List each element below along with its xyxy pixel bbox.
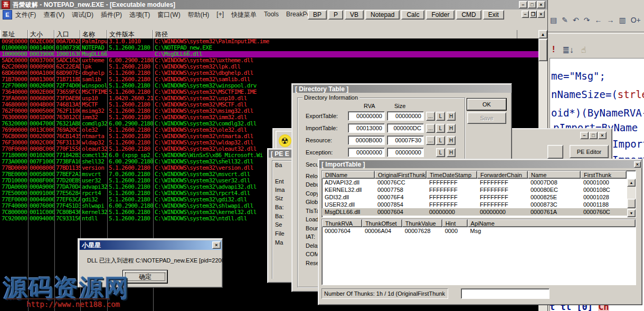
dots-button[interactable]: ...: [426, 112, 435, 121]
maximize-button[interactable]: □: [528, 1, 536, 8]
import-row[interactable]: ADVAPI32.dll000076CCFFFFFFFFFFFFFFFF0000…: [322, 179, 636, 186]
size-field[interactable]: 00000000: [387, 148, 424, 157]
size-field[interactable]: 00000000: [387, 111, 424, 121]
column-header-4[interactable]: 文件版本: [107, 30, 153, 38]
module-row[interactable]: 100000000003900010001630MsgDLL66C:\MsgDL…: [0, 51, 538, 57]
l-button[interactable]: L: [436, 148, 445, 157]
thunks-column-header[interactable]: ThunkRVA: [322, 219, 362, 227]
mdi-close-button[interactable]: ×: [537, 11, 545, 18]
thunks-column-header[interactable]: ThunkOffset: [362, 219, 402, 227]
lordpe-minimize-button[interactable]: −: [580, 132, 589, 139]
column-header-1[interactable]: 大小: [28, 30, 54, 38]
import-row[interactable]: KERNEL32.dll00007758FFFFFFFFFFFFFFFF0000…: [322, 186, 636, 193]
minimize-button[interactable]: −: [519, 1, 527, 8]
menu-item-9[interactable]: Tools: [264, 11, 279, 20]
exclamation-icon[interactable]: !: [552, 45, 555, 54]
folder-button[interactable]: Folder: [426, 10, 454, 20]
directory-table-title-bar[interactable]: [ Directory Table ]: [293, 85, 512, 93]
vb-button[interactable]: VB: [345, 10, 364, 20]
rva-field[interactable]: 00000000: [348, 148, 385, 157]
menu-item-5[interactable]: 窗口(W): [157, 11, 180, 20]
h-button[interactable]: H: [447, 124, 456, 133]
cmd-button[interactable]: CMD: [456, 10, 481, 20]
rva-field[interactable]: 00013000: [348, 123, 385, 133]
menu-item-6[interactable]: 帮助(H): [188, 11, 210, 20]
menu-item-2[interactable]: 调试(D): [72, 11, 93, 20]
thunks-column-header[interactable]: ApiName: [468, 219, 636, 227]
lordpe-maximize-button[interactable]: □: [589, 132, 598, 139]
import-row[interactable]: USER32.dll00007854FFFFFFFFFFFFFFFF000087…: [322, 201, 636, 208]
import-row[interactable]: GDI32.dll000076F4FFFFFFFFFFFFFFFF0000825…: [322, 193, 636, 201]
bp-button[interactable]: BP: [308, 10, 327, 20]
p-button[interactable]: P: [328, 10, 343, 20]
mdi-minimize-button[interactable]: −: [522, 11, 529, 18]
imports-column-header[interactable]: DllName: [322, 171, 375, 179]
ok-button[interactable]: OK: [467, 99, 506, 110]
hand-icon[interactable]: ☝: [581, 45, 586, 55]
rva-field[interactable]: 0000B000: [348, 135, 385, 145]
menu-item-1[interactable]: 查看(V): [43, 11, 64, 20]
column-header-0[interactable]: 基址: [0, 30, 28, 38]
mdi-restore-button[interactable]: ❐: [529, 11, 537, 18]
menu-item-3[interactable]: 插件(P): [101, 11, 122, 20]
import-table-title-bar[interactable]: [ ImportTable ] ×: [319, 160, 642, 168]
import-table-close-button[interactable]: ×: [634, 161, 641, 168]
scroll-up-icon[interactable]: ▲: [627, 179, 636, 187]
thunks-column-header[interactable]: Hint: [442, 219, 468, 227]
menu-item-7[interactable]: [+]: [216, 11, 224, 20]
rva-field[interactable]: 00000000: [348, 111, 385, 121]
lordpe-close-button[interactable]: ×: [598, 132, 607, 139]
l-button[interactable]: L: [436, 112, 445, 121]
column-header-3[interactable]: 名称: [80, 30, 107, 38]
column-header-5[interactable]: 路径: [153, 30, 517, 38]
member-list-icon[interactable]: O+: [631, 16, 641, 24]
menu-item-0[interactable]: 文件(F): [15, 11, 36, 20]
scrollbar-thumb[interactable]: [538, 39, 547, 61]
scrollbar-thumb[interactable]: [627, 199, 636, 208]
size-field[interactable]: 000000DC: [387, 123, 424, 133]
scroll-down-icon[interactable]: ▼: [627, 209, 636, 217]
module-row[interactable]: 01000000000140000100739DNOTEPAD_5.1.2600…: [0, 45, 538, 51]
thunks-column-header[interactable]: ThunkValue: [402, 219, 442, 227]
column-header-2[interactable]: 入口: [54, 30, 80, 38]
redo-icon[interactable]: ↷: [584, 16, 590, 24]
find-pencil-icon[interactable]: ✎: [562, 16, 568, 24]
clipboard-icon[interactable]: ▥: [619, 16, 626, 24]
l-button[interactable]: L: [436, 124, 445, 133]
pe-editor-button[interactable]: PE Editor: [570, 145, 609, 158]
thunks-listview[interactable]: ThunkRVAThunkOffsetThunkValueHintApiName…: [321, 219, 636, 285]
module-row[interactable]: 5ADC0000000370005ADC1626uxtheme6.00.2900…: [0, 57, 538, 64]
close-button[interactable]: ×: [537, 1, 545, 8]
scroll-up-icon[interactable]: ▲: [538, 30, 547, 38]
thunk-row[interactable]: 0000760400006A04000076280000Msg: [322, 227, 636, 235]
h-button[interactable]: H: [447, 112, 456, 121]
module-row[interactable]: 62C200000000900062C22EADlpk5.1.2600.2180…: [0, 64, 538, 70]
imports-column-header[interactable]: Name: [528, 171, 581, 179]
imports-scrollbar[interactable]: ▲ ▼: [627, 179, 636, 217]
h-button[interactable]: H: [447, 136, 456, 145]
message-box-close-button[interactable]: ×: [212, 241, 221, 249]
properties-icon[interactable]: ▤: [550, 16, 557, 24]
back-arrow-icon[interactable]: ←: [594, 16, 602, 24]
imports-column-header[interactable]: FirstThunk: [581, 171, 627, 179]
import-row[interactable]: MsgDLL66.dll0000760400000000000000000000…: [322, 208, 636, 216]
undo-icon[interactable]: ↶: [573, 16, 579, 24]
module-row[interactable]: 71B700000001300071B7118Dsamlib5.1.2600.2…: [0, 76, 538, 83]
menu-item-4[interactable]: 选项(T): [129, 11, 150, 20]
forward-arrow-icon[interactable]: →: [607, 16, 614, 24]
notepad-button[interactable]: Notepad: [365, 10, 400, 20]
imports-column-header[interactable]: TimeDateStamp: [427, 171, 477, 179]
status-edit-field[interactable]: [461, 288, 550, 299]
message-box-title-bar[interactable]: 小星星 ×: [80, 240, 222, 250]
imports-listview[interactable]: DllNameOriginalFirstThunkTimeDateStampFo…: [321, 170, 636, 218]
dots-button[interactable]: ...: [426, 124, 435, 133]
calc-button[interactable]: Calc: [401, 10, 424, 20]
title-bar[interactable]: 吾 吾愛破解 - NOTEPAD_new.EXE - [Executable m…: [0, 0, 547, 9]
lordpe-partial-button[interactable]: [547, 145, 563, 159]
imports-column-header[interactable]: OriginalFirstThunk: [375, 171, 427, 179]
module-row[interactable]: 009E0000002EC00000A7D02EPalmInpu3.1.0.10…: [0, 38, 538, 45]
output-list-icon[interactable]: ≣↓: [562, 45, 573, 55]
imports-column-header[interactable]: ForwarderChain: [477, 171, 528, 179]
module-row[interactable]: 68D60000000A100068D907E4dbghelp5.1.2600.…: [0, 70, 538, 76]
h-button[interactable]: H: [447, 148, 456, 157]
